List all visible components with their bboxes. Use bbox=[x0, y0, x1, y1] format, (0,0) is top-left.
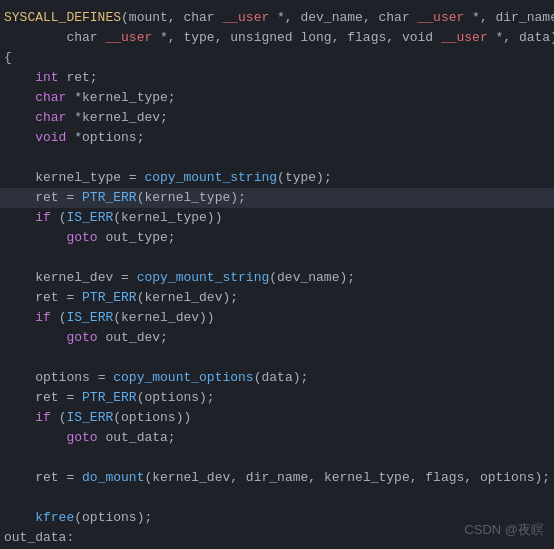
code-line bbox=[0, 488, 554, 508]
code-line: goto out_data; bbox=[0, 428, 554, 448]
line-content: kernel_dev = copy_mount_string(dev_name)… bbox=[0, 268, 554, 288]
code-line: if (IS_ERR(options)) bbox=[0, 408, 554, 428]
code-editor: SYSCALL_DEFINES(mount, char __user *, de… bbox=[0, 0, 554, 549]
code-line bbox=[0, 248, 554, 268]
line-content: goto out_data; bbox=[0, 428, 554, 448]
line-content: if (IS_ERR(kernel_type)) bbox=[0, 208, 554, 228]
code-line: int ret; bbox=[0, 68, 554, 88]
line-content: kernel_type = copy_mount_string(type); bbox=[0, 168, 554, 188]
line-content: char *kernel_dev; bbox=[0, 108, 554, 128]
line-content: ret = PTR_ERR(kernel_type); bbox=[0, 188, 554, 208]
line-content: options = copy_mount_options(data); bbox=[0, 368, 554, 388]
line-content: SYSCALL_DEFINES(mount, char __user *, de… bbox=[0, 8, 554, 28]
code-line: goto out_dev; bbox=[0, 328, 554, 348]
code-line: kernel_type = copy_mount_string(type); bbox=[0, 168, 554, 188]
line-content: if (IS_ERR(kernel_dev)) bbox=[0, 308, 554, 328]
watermark: CSDN @夜瞑 bbox=[464, 521, 544, 539]
line-content: void *options; bbox=[0, 128, 554, 148]
code-line bbox=[0, 348, 554, 368]
code-line: ret = do_mount(kernel_dev, dir_name, ker… bbox=[0, 468, 554, 488]
code-line: char __user *, type, unsigned long, flag… bbox=[0, 28, 554, 48]
code-line: ret = PTR_ERR(kernel_type); bbox=[0, 188, 554, 208]
code-line: if (IS_ERR(kernel_type)) bbox=[0, 208, 554, 228]
code-line: kernel_dev = copy_mount_string(dev_name)… bbox=[0, 268, 554, 288]
code-line: ret = PTR_ERR(kernel_dev); bbox=[0, 288, 554, 308]
code-line: void *options; bbox=[0, 128, 554, 148]
line-content: goto out_type; bbox=[0, 228, 554, 248]
line-content: goto out_dev; bbox=[0, 328, 554, 348]
code-line bbox=[0, 148, 554, 168]
line-content: char __user *, type, unsigned long, flag… bbox=[0, 28, 554, 48]
line-content: ret = do_mount(kernel_dev, dir_name, ker… bbox=[0, 468, 554, 488]
code-line bbox=[0, 448, 554, 468]
line-content: { bbox=[0, 48, 554, 68]
code-line: goto out_type; bbox=[0, 228, 554, 248]
code-line: SYSCALL_DEFINES(mount, char __user *, de… bbox=[0, 8, 554, 28]
line-content: if (IS_ERR(options)) bbox=[0, 408, 554, 428]
line-content: char *kernel_type; bbox=[0, 88, 554, 108]
code-line: char *kernel_dev; bbox=[0, 108, 554, 128]
line-content: ret = PTR_ERR(options); bbox=[0, 388, 554, 408]
code-line: { bbox=[0, 48, 554, 68]
code-line: if (IS_ERR(kernel_dev)) bbox=[0, 308, 554, 328]
code-line: char *kernel_type; bbox=[0, 88, 554, 108]
code-line: ret = PTR_ERR(options); bbox=[0, 388, 554, 408]
line-content: ret = PTR_ERR(kernel_dev); bbox=[0, 288, 554, 308]
code-line: options = copy_mount_options(data); bbox=[0, 368, 554, 388]
line-content: int ret; bbox=[0, 68, 554, 88]
